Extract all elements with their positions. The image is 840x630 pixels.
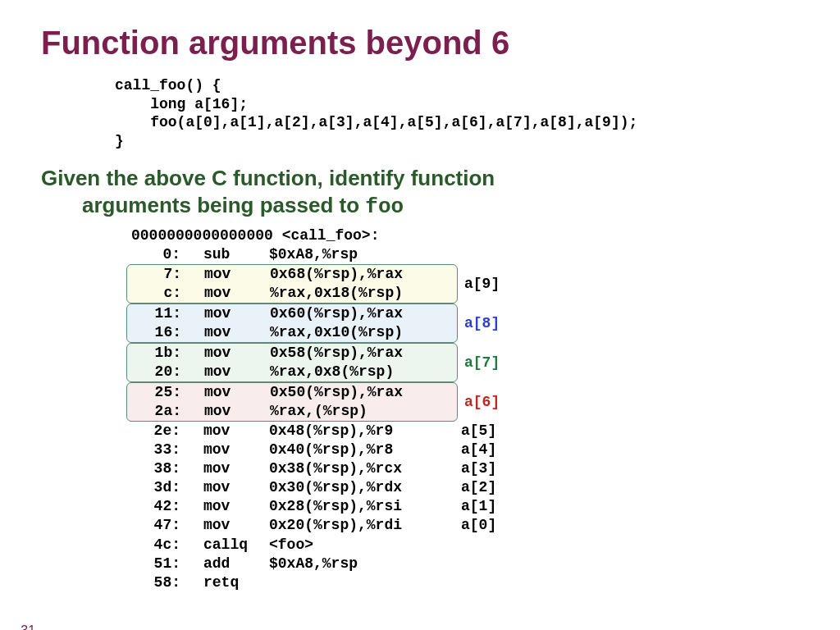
asm-row: c:mov%rax,0x18(%rsp) <box>132 284 452 303</box>
asm-args: %rax,0x8(%rsp) <box>270 363 450 381</box>
asm-addr: 0: <box>131 245 184 264</box>
asm-box: 7:mov0x68(%rsp),%raxc:mov%rax,0x18(%rsp) <box>126 264 458 304</box>
asm-op: mov <box>185 284 270 303</box>
asm-op: mov <box>185 323 270 342</box>
asm-row: 51:add$0xA8,%rsp <box>131 555 799 573</box>
asm-annotation: a[7] <box>453 354 522 372</box>
slide-number: – 31 – <box>10 623 46 630</box>
asm-addr: 33: <box>131 441 184 459</box>
asm-addr: 3d: <box>131 478 184 497</box>
asm-row: 20:mov%rax,0x8(%rsp) <box>132 363 452 381</box>
slide-title: Function arguments beyond 6 <box>41 25 799 62</box>
asm-args: 0x30(%rsp),%rdx <box>269 478 450 497</box>
asm-args: $0xA8,%rsp <box>269 245 450 264</box>
asm-op: mov <box>185 363 270 381</box>
asm-addr: 20: <box>132 363 185 381</box>
asm-row: 25:mov0x50(%rsp),%rax <box>132 383 452 402</box>
asm-row: 0:sub$0xA8,%rsp <box>131 245 799 264</box>
asm-row: 11:mov0x60(%rsp),%rax <box>132 304 452 323</box>
asm-annotation: a[3] <box>450 459 518 478</box>
asm-listing: 0000000000000000 <call_foo>: 0:sub$0xA8,… <box>131 226 799 592</box>
asm-header: 0000000000000000 <call_foo>: <box>131 226 799 245</box>
asm-annotation: a[4] <box>450 441 518 459</box>
prompt-func: foo <box>365 194 404 219</box>
asm-annotation: a[5] <box>450 422 518 441</box>
asm-args: %rax,(%rsp) <box>270 402 450 421</box>
asm-args: 0x58(%rsp),%rax <box>270 344 450 363</box>
asm-addr: 47: <box>131 516 184 535</box>
asm-op: mov <box>185 344 270 363</box>
asm-args: <foo> <box>269 536 450 555</box>
asm-box: 11:mov0x60(%rsp),%rax16:mov%rax,0x10(%rs… <box>126 304 458 343</box>
asm-row: 38:mov0x38(%rsp),%rcxa[3] <box>131 459 799 478</box>
asm-addr: 51: <box>131 555 184 573</box>
asm-addr: 7: <box>132 265 185 284</box>
asm-addr: c: <box>132 284 185 303</box>
asm-annotation: a[8] <box>453 314 522 333</box>
asm-op: callq <box>184 536 269 555</box>
asm-args: 0x48(%rsp),%r9 <box>269 422 450 441</box>
asm-op: mov <box>184 497 269 516</box>
asm-op: mov <box>184 441 269 459</box>
asm-annotation: a[1] <box>450 497 518 516</box>
asm-op: mov <box>185 265 270 284</box>
asm-row: 3d:mov0x30(%rsp),%rdxa[2] <box>131 478 799 497</box>
asm-args: 0x60(%rsp),%rax <box>270 304 450 323</box>
asm-addr: 16: <box>132 323 185 342</box>
asm-args: 0x28(%rsp),%rsi <box>269 497 450 516</box>
asm-args: 0x38(%rsp),%rcx <box>269 459 450 478</box>
asm-row: 2a:mov%rax,(%rsp) <box>132 402 452 421</box>
asm-annotation: a[0] <box>450 516 518 535</box>
asm-row: 47:mov0x20(%rsp),%rdia[0] <box>131 516 799 535</box>
asm-addr: 11: <box>132 304 185 323</box>
c-code-block: call_foo() { long a[16]; foo(a[0],a[1],a… <box>115 76 799 150</box>
asm-op: mov <box>185 304 270 323</box>
asm-annotation: a[2] <box>450 478 518 497</box>
asm-row: 2e:mov0x48(%rsp),%r9a[5] <box>131 422 799 441</box>
asm-row: 16:mov%rax,0x10(%rsp) <box>132 323 452 342</box>
asm-op: mov <box>184 516 269 535</box>
asm-args: %rax,0x18(%rsp) <box>270 284 450 303</box>
asm-args: 0x68(%rsp),%rax <box>270 265 450 284</box>
asm-args: $0xA8,%rsp <box>269 555 450 573</box>
prompt-text: Given the above C function, identify fun… <box>41 165 799 220</box>
asm-row: 58:retq <box>131 573 799 592</box>
asm-annotation: a[9] <box>453 275 522 294</box>
asm-addr: 38: <box>131 459 184 478</box>
asm-row: 33:mov0x40(%rsp),%r8a[4] <box>131 441 799 459</box>
asm-box-group: 7:mov0x68(%rsp),%raxc:mov%rax,0x18(%rsp)… <box>131 264 799 304</box>
asm-addr: 2e: <box>131 422 184 441</box>
asm-box-group: 25:mov0x50(%rsp),%rax2a:mov%rax,(%rsp)a[… <box>131 382 799 422</box>
asm-box: 1b:mov0x58(%rsp),%rax20:mov%rax,0x8(%rsp… <box>126 343 458 382</box>
asm-args: 0x40(%rsp),%r8 <box>269 441 450 459</box>
asm-addr: 42: <box>131 497 184 516</box>
asm-op: add <box>184 555 269 573</box>
asm-box-group: 11:mov0x60(%rsp),%rax16:mov%rax,0x10(%rs… <box>131 304 799 343</box>
asm-box-group: 1b:mov0x58(%rsp),%rax20:mov%rax,0x8(%rsp… <box>131 343 799 382</box>
asm-args: 0x50(%rsp),%rax <box>270 383 450 402</box>
asm-row: 1b:mov0x58(%rsp),%rax <box>132 344 452 363</box>
slide: Function arguments beyond 6 call_foo() {… <box>0 0 840 630</box>
prompt-line2: arguments being passed to <box>82 193 365 217</box>
asm-args: 0x20(%rsp),%rdi <box>269 516 450 535</box>
asm-annotation: a[6] <box>453 393 522 412</box>
asm-args: %rax,0x10(%rsp) <box>270 323 450 342</box>
asm-op: mov <box>184 478 269 497</box>
asm-op: retq <box>184 573 269 592</box>
asm-op: mov <box>184 422 269 441</box>
asm-op: mov <box>185 402 270 421</box>
asm-addr: 2a: <box>132 402 185 421</box>
asm-addr: 4c: <box>131 536 184 555</box>
asm-box: 25:mov0x50(%rsp),%rax2a:mov%rax,(%rsp) <box>126 382 458 422</box>
asm-op: sub <box>184 245 269 264</box>
asm-addr: 58: <box>131 573 184 592</box>
asm-addr: 1b: <box>132 344 185 363</box>
asm-addr: 25: <box>132 383 185 402</box>
asm-op: mov <box>185 383 270 402</box>
asm-row: 4c:callq<foo> <box>131 536 799 555</box>
asm-row: 42:mov0x28(%rsp),%rsia[1] <box>131 497 799 516</box>
asm-op: mov <box>184 459 269 478</box>
prompt-line1: Given the above C function, identify fun… <box>41 166 495 190</box>
asm-row: 7:mov0x68(%rsp),%rax <box>132 265 452 284</box>
